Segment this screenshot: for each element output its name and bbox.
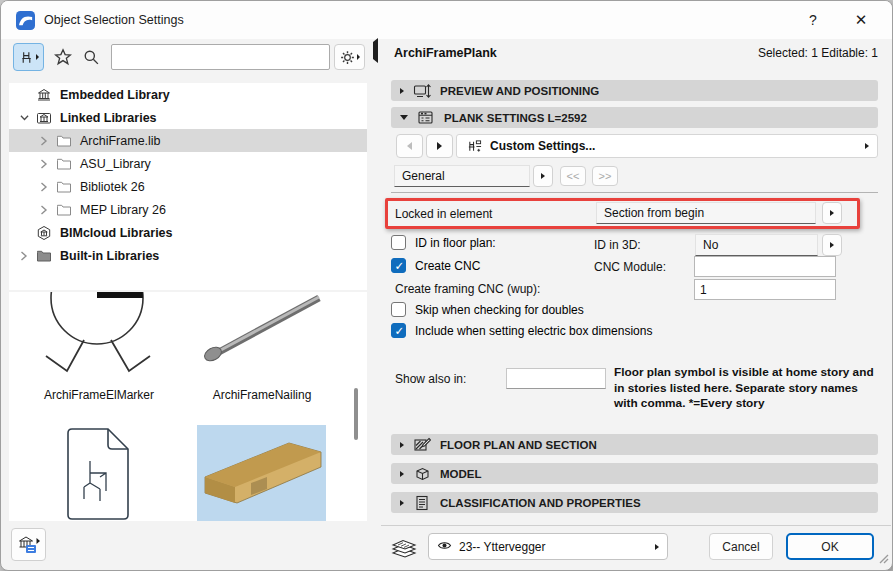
favorites-star-button[interactable] [49,43,77,71]
thumbnail-archiframe-elmarker[interactable] [34,292,161,380]
selection-status: Selected: 1 Editable: 1 [758,46,878,60]
tree-item-label: Linked Libraries [60,111,157,125]
tree-item-bimcloud-libraries[interactable]: BIMcloud Libraries [9,221,367,244]
cnc-module-input[interactable] [694,256,836,277]
chevron-right-icon[interactable] [35,159,53,169]
layers-icon [389,534,419,562]
elmarker-symbol-image [34,292,161,376]
custom-settings-label: Custom Settings... [490,139,595,153]
resize-grip[interactable] [877,550,889,568]
chevron-down-icon[interactable] [15,113,33,122]
folder-filled-icon [35,247,53,264]
locked-in-element-arrow-button[interactable] [822,202,842,224]
layer-value: 23-- Yttervegger [459,540,546,554]
framing-cnc-input[interactable] [694,279,836,300]
chevron-right-icon[interactable] [35,182,53,192]
ok-button[interactable]: OK [786,533,874,560]
settings-panel: ArchiFramePlank Selected: 1 Editable: 1 … [381,1,893,571]
collapse-panel-arrow[interactable] [373,42,378,60]
library-options-button[interactable] [11,528,46,561]
settings-gear-button[interactable] [334,44,365,70]
library-list-icon [17,534,41,556]
object-selection-settings-dialog: Object Selection Settings ? ✕ [0,0,893,571]
object-subtype-picker-button[interactable] [13,43,44,71]
tree-item-label: ArchiFrame.lib [80,134,161,148]
layer-dropdown[interactable]: 23-- Yttervegger [428,533,668,560]
tree-item-archiframe-lib[interactable]: ArchiFrame.lib [9,129,367,152]
section-classification-and-properties[interactable]: CLASSIFICATION AND PROPERTIES [391,492,878,513]
dropdown-arrow-icon [357,54,360,60]
object-preview-panel: ArchiFrameElMarker ArchiFrameNailing [9,292,367,521]
page-selector-arrow-button[interactable] [533,165,553,187]
folder-icon [55,155,73,172]
section-title: PLANK SETTINGS L=2592 [444,112,587,124]
section-floor-plan-and-section[interactable]: FLOOR PLAN AND SECTION [391,434,878,455]
classification-document-icon [413,495,431,511]
thumbnail-archiframe-plank[interactable] [197,425,326,521]
collapsed-arrow-icon [400,88,404,94]
tree-item-label: Built-in Libraries [60,249,159,263]
next-page-arrow-button[interactable] [426,134,453,158]
chevron-right-icon[interactable] [35,205,53,215]
locked-in-element-dropdown[interactable]: Section from begin [596,202,816,224]
previous-page-button[interactable]: << [560,166,586,186]
skip-doubles-label: Skip when checking for doubles [415,303,584,317]
show-also-in-input[interactable] [506,368,606,389]
preview-positioning-icon [413,83,431,99]
create-cnc-checkbox[interactable] [391,258,406,273]
tree-item-label: MEP Library 26 [80,203,166,217]
id-3d-value: No [703,238,718,252]
id-floor-plan-checkbox[interactable] [391,235,406,250]
tree-item-linked-libraries[interactable]: Linked Libraries [9,106,367,129]
tree-item-bibliotek-26[interactable]: Bibliotek 26 [9,175,367,198]
dropdown-arrow-icon [655,544,659,550]
section-title: PREVIEW AND POSITIONING [440,85,599,97]
section-plank-settings[interactable]: PLANK SETTINGS L=2592 [391,107,878,128]
preview-scrollbar[interactable] [354,388,358,440]
cnc-module-label: CNC Module: [594,260,666,274]
section-model[interactable]: MODEL [391,463,878,484]
arrow-left-icon [407,142,412,150]
thumbnail-label: ArchiFrameElMarker [14,388,184,402]
library-tree: Embedded Library Linked Libraries ArchiF… [9,83,367,290]
include-electric-label: Include when setting electric box dimens… [415,324,652,338]
tree-item-mep-library-26[interactable]: MEP Library 26 [9,198,367,221]
eye-icon [437,540,452,554]
id-floor-plan-row: ID in floor plan: [391,235,496,250]
window-title: Object Selection Settings [44,13,184,27]
previous-page-arrow-button[interactable] [396,134,423,158]
archicad-logo-icon [16,11,35,30]
create-cnc-label: Create CNC [415,259,480,273]
section-preview-and-positioning[interactable]: PREVIEW AND POSITIONING [391,80,878,101]
folder-icon [55,201,73,218]
thumbnail-archiframe-nailing[interactable] [197,292,326,380]
chevron-right-icon[interactable] [35,136,53,146]
id-3d-label: ID in 3D: [594,238,641,252]
expanded-arrow-icon [400,115,408,120]
skip-doubles-checkbox[interactable] [391,302,406,317]
chevron-right-icon[interactable] [15,251,33,261]
chair-icon [19,50,34,65]
search-input[interactable] [111,44,330,70]
gear-icon [340,50,355,65]
cancel-button[interactable]: Cancel [709,533,773,560]
thumbnail-object-document[interactable] [64,423,132,521]
search-icon [83,49,100,66]
collapsed-arrow-icon [400,500,404,506]
custom-settings-icon [465,138,483,154]
bimcloud-library-icon [35,224,53,241]
tree-item-label: ASU_Library [80,157,151,171]
tree-item-built-in-libraries[interactable]: Built-in Libraries [9,244,367,267]
next-page-button[interactable]: >> [592,166,618,186]
id-3d-dropdown[interactable]: No [695,234,818,256]
library-icon [35,86,53,103]
floor-plan-icon [413,437,431,453]
include-electric-checkbox[interactable] [391,323,406,338]
custom-settings-dropdown[interactable]: Custom Settings... [456,134,878,158]
page-selector-dropdown[interactable]: General [394,165,530,187]
id-3d-arrow-button[interactable] [822,234,842,256]
tree-item-embedded-library[interactable]: Embedded Library [9,83,367,106]
locked-in-element-label: Locked in element [395,207,492,221]
search-button[interactable] [77,43,105,71]
tree-item-asu-library[interactable]: ASU_Library [9,152,367,175]
